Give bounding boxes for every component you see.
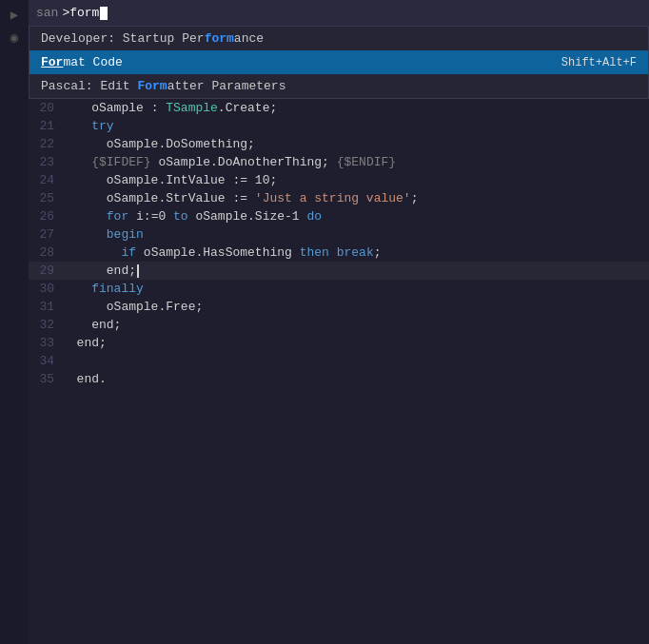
line-num-22: 22 (29, 135, 62, 153)
code-area: 16 // what to do when clicking 17 proced… (29, 27, 649, 644)
code-line-20: 20 oSample : TSample.Create; (29, 99, 649, 117)
line-num-26: 26 (29, 207, 62, 225)
line-num-23: 23 (29, 153, 62, 171)
line-num-29: 29 (29, 262, 62, 280)
search-prefix: san (36, 6, 58, 20)
code-line-31: 31 oSample.Free; (29, 298, 649, 316)
line-num-33: 33 (29, 334, 62, 352)
autocomplete-dropdown: Developer: Startup Performance Format Co… (29, 27, 649, 99)
code-line-26: 26 for i:=0 to oSample.Size-1 do (29, 207, 649, 225)
sidebar: ▶ ◉ (0, 0, 29, 644)
line-num-34: 34 (29, 352, 62, 370)
line-content-26: for i:=0 to oSample.Size-1 do (62, 207, 649, 225)
highlight-form-3: Form (137, 79, 167, 93)
line-num-32: 32 (29, 316, 62, 334)
sidebar-icon-1[interactable]: ▶ (4, 4, 25, 25)
autocomplete-item-dev-startup[interactable]: Developer: Startup Performance (30, 27, 648, 50)
line-num-20: 20 (29, 99, 62, 117)
line-num-24: 24 (29, 171, 62, 189)
line-content-27: begin (62, 225, 649, 244)
code-line-32: 32 end; (29, 316, 649, 334)
line-content-25: oSample.StrValue := 'Just a string value… (62, 189, 649, 207)
line-content-24: oSample.IntValue := 10; (62, 171, 649, 189)
code-line-33: 33 end; (29, 334, 649, 352)
line-content-35: end. (62, 370, 649, 388)
search-text: >form (62, 6, 99, 20)
code-line-24: 24 oSample.IntValue := 10; (29, 171, 649, 189)
line-content-29: end; (62, 262, 649, 280)
line-num-31: 31 (29, 298, 62, 316)
autocomplete-item-text-3: Pascal: Edit Formatter Parameters (41, 79, 618, 93)
line-content-20: oSample : TSample.Create; (62, 99, 649, 117)
code-line-28: 28 if oSample.HasSomething then break; (29, 244, 649, 262)
code-line-21: 21 try (29, 117, 649, 135)
autocomplete-item-text: Developer: Startup Performance (41, 31, 618, 46)
search-input[interactable]: >form (62, 6, 108, 20)
code-line-30: 30 finally (29, 280, 649, 298)
autocomplete-item-format-code[interactable]: Format Code Shift+Alt+F (30, 50, 648, 74)
code-line-25: 25 oSample.StrValue := 'Just a string va… (29, 189, 649, 207)
line-num-25: 25 (29, 189, 62, 207)
line-content-32: end; (62, 316, 649, 334)
line-content-21: try (62, 117, 649, 135)
code-cursor (137, 264, 139, 278)
line-num-27: 27 (29, 225, 62, 244)
line-content-30: finally (62, 280, 649, 298)
highlight-form-1: form (205, 31, 234, 46)
autocomplete-item-shortcut-2: Shift+Alt+F (561, 56, 637, 69)
search-bar[interactable]: san >form (29, 0, 649, 27)
code-line-35: 35 end. (29, 370, 649, 388)
sidebar-icon-2[interactable]: ◉ (4, 27, 25, 48)
code-line-23: 23 {$IFDEF} oSample.DoAnotherThing; {$EN… (29, 153, 649, 171)
line-num-30: 30 (29, 280, 62, 298)
highlight-format-2: For (41, 55, 63, 69)
code-line-29: 29 end; (29, 262, 649, 280)
line-content-22: oSample.DoSomething; (62, 135, 649, 153)
autocomplete-item-pascal-formatter[interactable]: Pascal: Edit Formatter Parameters (30, 74, 648, 98)
autocomplete-item-text-2: Format Code (41, 55, 542, 69)
code-line-27: 27 begin (29, 225, 649, 244)
line-num-35: 35 (29, 370, 62, 388)
code-line-22: 22 oSample.DoSomething; (29, 135, 649, 153)
line-num-28: 28 (29, 244, 62, 262)
text-cursor (100, 7, 108, 20)
editor-area: san >form Developer: Startup Performance… (29, 0, 649, 644)
line-content-33: end; (62, 334, 649, 352)
line-content-28: if oSample.HasSomething then break; (62, 244, 649, 262)
line-content-23: {$IFDEF} oSample.DoAnotherThing; {$ENDIF… (62, 153, 649, 171)
line-num-21: 21 (29, 117, 62, 135)
code-line-34: 34 (29, 352, 649, 370)
autocomplete-container: san >form Developer: Startup Performance… (29, 0, 649, 99)
line-content-31: oSample.Free; (62, 298, 649, 316)
